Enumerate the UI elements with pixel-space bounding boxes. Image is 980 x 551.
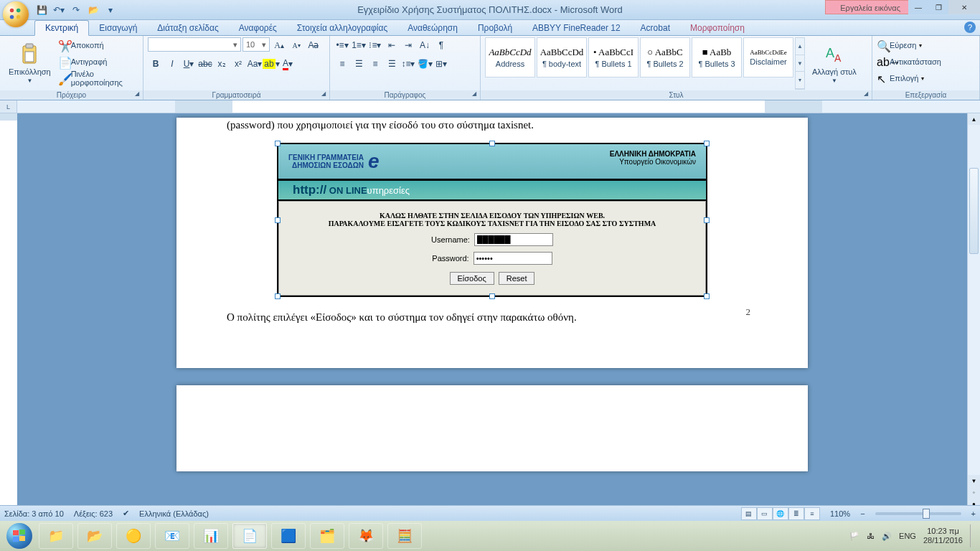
cut-button[interactable]: ✂️Αποκοπή <box>58 37 138 53</box>
style-bullets-1[interactable]: • AaBbCcI¶ Bullets 1 <box>588 37 639 77</box>
grow-font-button[interactable]: A▴ <box>271 37 287 53</box>
taskbar-firefox[interactable]: 🦊 <box>349 523 383 549</box>
horizontal-ruler[interactable] <box>175 100 822 113</box>
tab-insert[interactable]: Εισαγωγή <box>89 21 147 35</box>
tab-home[interactable]: Κεντρική <box>34 20 89 36</box>
zoom-level[interactable]: 110% <box>830 509 850 518</box>
gallery-more-icon[interactable]: ▾ <box>796 72 804 89</box>
find-button[interactable]: 🔍Εύρεση▾ <box>877 37 975 53</box>
style-bullets-2[interactable]: ○ AaBbC¶ Bullets 2 <box>640 37 690 77</box>
font-family-select[interactable]: ▾ <box>148 37 241 52</box>
minimize-button[interactable]: — <box>908 0 928 14</box>
clear-formatting-button[interactable]: Aa̶ <box>306 37 321 53</box>
view-full-screen-button[interactable]: ▭ <box>757 507 773 520</box>
taskbar-chrome[interactable]: 🟡 <box>116 523 151 549</box>
show-desktop-button[interactable] <box>970 524 976 547</box>
line-spacing-button[interactable]: ↕≡▾ <box>400 56 416 72</box>
save-icon[interactable]: 💾 <box>34 3 49 17</box>
underline-button[interactable]: U▾ <box>181 56 197 72</box>
taskbar-outlook[interactable]: 📧 <box>155 523 189 549</box>
multilevel-button[interactable]: ⁝≡▾ <box>367 37 383 53</box>
tab-acrobat[interactable]: Acrobat <box>631 21 680 35</box>
tray-volume-icon[interactable]: 🔊 <box>882 532 892 541</box>
copy-button[interactable]: 📄Αντιγραφή <box>58 54 138 70</box>
format-painter-button[interactable]: 🖌️Πινέλο μορφοποίησης <box>58 70 138 86</box>
borders-button[interactable]: ⊞▾ <box>433 56 449 72</box>
tray-network-icon[interactable]: 🖧 <box>867 532 875 540</box>
tray-clock[interactable]: 10:23 πμ28/11/2016 <box>923 527 963 545</box>
taskbar-app-2[interactable]: 🗂️ <box>310 523 344 549</box>
replace-button[interactable]: ab↔Αντικατάσταση <box>877 54 975 70</box>
increase-indent-button[interactable]: ⇥ <box>400 37 416 53</box>
help-icon[interactable]: ? <box>964 22 976 33</box>
tab-view[interactable]: Προβολή <box>468 21 522 35</box>
superscript-button[interactable]: x² <box>230 56 246 72</box>
undo-icon[interactable]: ↶▾ <box>52 3 66 17</box>
zoom-slider[interactable] <box>875 512 961 515</box>
strikethrough-button[interactable]: abc <box>197 56 213 72</box>
select-button[interactable]: ↖Επιλογή▾ <box>877 70 975 86</box>
align-right-button[interactable]: ≡ <box>367 56 383 72</box>
view-web-button[interactable]: 🌐 <box>773 507 788 520</box>
shrink-font-button[interactable]: A▾ <box>288 37 304 53</box>
taskbar-explorer-2[interactable]: 📂 <box>77 523 112 549</box>
vertical-scrollbar[interactable]: ▲ ▼ ◦ ● ◦ <box>967 113 980 521</box>
italic-button[interactable]: I <box>164 56 180 72</box>
status-page[interactable]: Σελίδα: 3 από 10 <box>4 509 64 518</box>
office-button[interactable] <box>3 1 29 27</box>
tab-abbyy[interactable]: ABBYY FineReader 12 <box>522 21 631 35</box>
tab-references[interactable]: Αναφορές <box>229 21 287 35</box>
gallery-up-icon[interactable]: ▲ <box>796 38 804 55</box>
status-language[interactable]: Ελληνικά (Ελλάδας) <box>139 509 209 518</box>
tray-language[interactable]: ENG <box>899 532 916 540</box>
zoom-in-button[interactable]: + <box>971 509 976 518</box>
decrease-indent-button[interactable]: ⇤ <box>384 37 400 53</box>
close-button[interactable]: ✕ <box>948 0 980 14</box>
scroll-down-icon[interactable]: ▼ <box>968 475 980 486</box>
style-body-text[interactable]: AaBbCcDd¶ body-text <box>537 37 587 77</box>
show-marks-button[interactable]: ¶ <box>433 37 449 53</box>
embedded-image[interactable]: ΓΕΝΙΚΗ ΓΡΑΜΜΑΤΕΙΑΔΗΜΟΣΙΩΝ ΕΣΟΔΩΝ e ΕΛΛΗΝ… <box>277 143 707 297</box>
status-words[interactable]: Λέξεις: 623 <box>74 509 113 518</box>
change-styles-button[interactable]: AA Αλλαγή στυλ▼ <box>808 37 861 90</box>
scroll-thumb[interactable] <box>969 168 979 254</box>
clipboard-launcher-icon[interactable]: ◢ <box>133 90 141 99</box>
subscript-button[interactable]: x₂ <box>214 56 230 72</box>
taskbar-word[interactable]: 📄 <box>232 523 267 549</box>
prev-page-icon[interactable]: ◦ <box>968 486 980 498</box>
align-left-button[interactable]: ≡ <box>334 56 350 72</box>
style-disclaimer[interactable]: AaBbCcDdEeDisclaimer <box>743 37 793 77</box>
styles-launcher-icon[interactable]: ◢ <box>862 90 870 99</box>
redo-icon[interactable]: ↷ <box>69 3 83 17</box>
bullets-button[interactable]: •≡▾ <box>334 37 350 53</box>
sort-button[interactable]: A↓ <box>417 37 433 53</box>
tab-selector[interactable]: L <box>0 100 17 113</box>
taskbar-excel[interactable]: 📊 <box>194 523 228 549</box>
style-address[interactable]: AaBbCcDdAddress <box>485 37 535 77</box>
taskbar-calculator[interactable]: 🧮 <box>387 523 422 549</box>
spellcheck-icon[interactable]: ✔ <box>123 509 129 518</box>
style-bullets-3[interactable]: ■ AaBb¶ Bullets 3 <box>692 37 742 77</box>
shading-button[interactable]: 🪣▾ <box>417 56 433 72</box>
taskbar-explorer[interactable]: 📁 <box>39 523 73 549</box>
tab-page-layout[interactable]: Διάταξη σελίδας <box>147 21 228 35</box>
paragraph-launcher-icon[interactable]: ◢ <box>470 90 479 99</box>
view-draft-button[interactable]: ≡ <box>804 507 820 520</box>
zoom-out-button[interactable]: − <box>860 509 864 518</box>
justify-button[interactable]: ☰ <box>384 56 400 72</box>
numbering-button[interactable]: 1≡▾ <box>351 37 367 53</box>
picture-tools-contextual-tab[interactable]: Εργαλεία εικόνας <box>825 0 915 14</box>
taskbar-app-1[interactable]: 🟦 <box>271 523 306 549</box>
highlight-button[interactable]: ab▾ <box>263 56 279 72</box>
view-print-layout-button[interactable]: ▤ <box>741 507 757 520</box>
paste-button[interactable]: Επικόλληση ▼ <box>4 37 55 90</box>
bold-button[interactable]: B <box>148 56 164 72</box>
change-case-button[interactable]: Aa▾ <box>247 56 263 72</box>
start-button[interactable] <box>4 521 34 551</box>
align-center-button[interactable]: ☰ <box>351 56 367 72</box>
scroll-up-icon[interactable]: ▲ <box>968 113 980 125</box>
font-color-button[interactable]: A▾ <box>280 56 296 72</box>
tab-format[interactable]: Μορφοποίηση <box>680 21 755 35</box>
font-size-select[interactable]: 10▾ <box>242 37 270 52</box>
qat-customize-icon[interactable]: ▾ <box>103 3 118 17</box>
